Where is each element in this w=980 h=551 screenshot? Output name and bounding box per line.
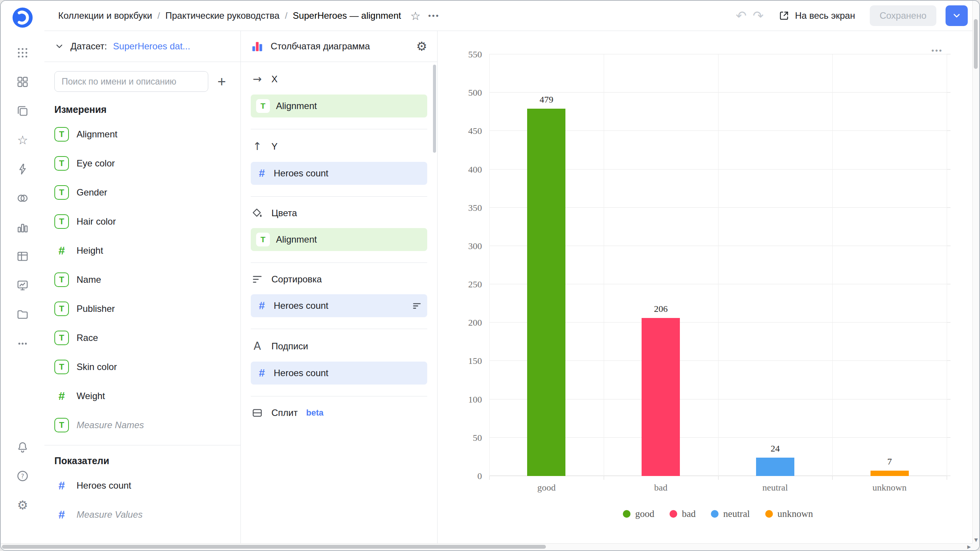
field-item-gender[interactable]: TGender (44, 178, 240, 207)
axis-tick (604, 476, 604, 480)
more-actions-icon[interactable]: ••• (428, 11, 440, 20)
field-pill-heroes-count[interactable]: #Heroes count (251, 294, 427, 317)
y-axis-label: 400 (468, 164, 482, 174)
column-chart-icon[interactable] (251, 40, 264, 53)
horizontal-scrollbar-thumb[interactable] (2, 545, 546, 549)
field-pill-heroes-count[interactable]: #Heroes count (251, 362, 427, 385)
field-item-weight[interactable]: #Weight (44, 381, 240, 411)
field-item-publisher[interactable]: TPublisher (44, 294, 240, 323)
config-panel-scrollbar-thumb[interactable] (433, 65, 436, 153)
field-item-measure-values[interactable]: #Measure Values (44, 500, 240, 529)
field-item-race[interactable]: TRace (44, 323, 240, 352)
field-item-skin-color[interactable]: TSkin color (44, 352, 240, 381)
vertical-scrollbar-thumb[interactable] (974, 19, 978, 69)
favorite-star-icon[interactable]: ☆ (410, 9, 421, 23)
notifications-bell-icon[interactable] (15, 440, 30, 454)
monitoring-icon[interactable] (15, 278, 30, 293)
field-item-height[interactable]: #Height (44, 236, 240, 265)
dashboards-icon[interactable] (15, 75, 30, 89)
legend-item-unknown[interactable]: unknown (765, 509, 813, 519)
bar-neutral[interactable] (756, 458, 794, 476)
config-section-header-y: ↑Y (251, 140, 427, 153)
settings-gear-icon[interactable]: ⚙ (15, 498, 30, 512)
number-type-icon: # (54, 479, 69, 492)
config-section-label: Цвета (271, 208, 297, 218)
field-item-eye-color[interactable]: TEye color (44, 149, 240, 178)
help-icon[interactable]: ? (15, 469, 30, 483)
config-section-labels: AПодписи#Heroes count (251, 329, 427, 396)
collections-icon[interactable] (15, 104, 30, 118)
legend-dot (711, 510, 719, 518)
field-pill-alignment[interactable]: TAlignment (251, 95, 427, 117)
bar-good[interactable] (527, 109, 565, 476)
axis-tick (947, 322, 951, 323)
dataset-name-link[interactable]: SuperHeroes dat... (113, 41, 190, 52)
field-pill-heroes-count[interactable]: #Heroes count (251, 162, 427, 185)
field-search-input[interactable] (54, 71, 208, 92)
field-item-measure-names[interactable]: TMeasure Names (44, 411, 240, 440)
axis-tick (947, 169, 951, 170)
breadcrumb-collections[interactable]: Коллекции и воркбуки (58, 10, 152, 21)
legend-item-bad[interactable]: bad (670, 509, 696, 519)
text-type-icon: T (54, 185, 69, 200)
horizontal-scrollbar[interactable]: ▶ (1, 543, 972, 550)
chart-settings-gear-icon[interactable]: ⚙ (416, 40, 427, 52)
scroll-right-arrow-icon[interactable]: ▶ (967, 544, 971, 549)
undo-icon[interactable]: ↶ (736, 9, 747, 22)
scroll-down-arrow-icon[interactable]: ▼ (973, 537, 979, 543)
chart-type-label[interactable]: Столбчатая диаграмма (271, 41, 409, 52)
tables-icon[interactable] (15, 249, 30, 264)
text-type-icon: T (54, 331, 69, 345)
connections-icon[interactable] (15, 162, 30, 176)
category-slot-neutral: 24 (718, 54, 833, 476)
x-axis-label-good: good (489, 483, 604, 493)
y-axis-label: 300 (468, 241, 482, 251)
axis-tick (832, 476, 833, 480)
storage-folder-icon[interactable] (15, 307, 30, 322)
apps-grid-icon[interactable] (15, 46, 30, 60)
field-pill-alignment[interactable]: TAlignment (251, 228, 427, 251)
field-label: Publisher (77, 303, 115, 314)
legend-item-neutral[interactable]: neutral (711, 509, 750, 519)
value-label: 206 (604, 304, 718, 314)
save-dropdown-button[interactable] (946, 5, 968, 26)
text-type-icon: T (256, 233, 270, 246)
datalens-logo-icon[interactable] (11, 6, 34, 29)
field-item-alignment[interactable]: TAlignment (44, 120, 240, 149)
bar-unknown[interactable] (871, 471, 909, 476)
axis-tick (947, 476, 947, 480)
charts-icon[interactable] (15, 220, 30, 235)
sort-order-icon[interactable] (412, 301, 422, 311)
config-section-label: X (271, 74, 278, 85)
dimensions-list: TAlignmentTEye colorTGenderTHair color#H… (44, 120, 240, 440)
breadcrumb-guides[interactable]: Практические руководства (165, 10, 279, 21)
favorites-icon[interactable]: ☆ (15, 133, 30, 147)
redo-icon[interactable]: ↷ (753, 9, 764, 22)
legend-item-good[interactable]: good (623, 509, 654, 519)
pill-field-label: Heroes count (274, 300, 406, 311)
vertical-scrollbar[interactable]: ▼ (972, 1, 979, 543)
chevron-down-icon[interactable] (54, 41, 64, 51)
chart-canvas: ••• 050100150200250300350400450500550 47… (438, 31, 979, 550)
datasets-icon[interactable] (15, 191, 30, 205)
fullscreen-label: На весь экран (795, 10, 855, 21)
field-item-heroes-count[interactable]: #Heroes count (44, 471, 240, 500)
field-label: Measure Values (77, 509, 143, 520)
bar-bad[interactable] (642, 318, 680, 476)
legend-label: neutral (723, 509, 750, 519)
number-type-icon: # (54, 508, 69, 521)
gridline-vertical (947, 54, 947, 476)
more-services-icon[interactable] (15, 336, 30, 351)
fullscreen-button[interactable]: На весь экран (778, 10, 855, 21)
field-item-name[interactable]: TName (44, 265, 240, 294)
y-axis-labels: 050100150200250300350400450500550 (438, 54, 482, 476)
sort-icon (251, 274, 264, 285)
breadcrumb-separator: / (157, 10, 160, 21)
field-item-hair-color[interactable]: THair color (44, 207, 240, 236)
axis-tick (718, 476, 719, 480)
field-label: Hair color (77, 216, 116, 227)
add-field-button[interactable]: + (213, 73, 230, 90)
saved-button[interactable]: Сохранено (870, 5, 936, 26)
beta-badge: beta (306, 408, 323, 418)
value-label: 479 (489, 95, 604, 105)
